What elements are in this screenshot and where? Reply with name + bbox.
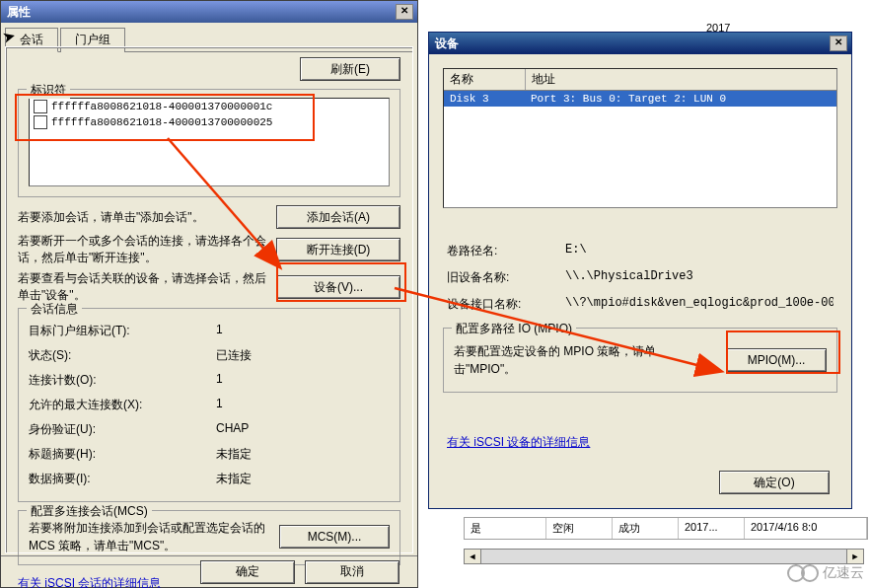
col-address[interactable]: 地址: [526, 69, 836, 90]
info-label: 状态(S):: [29, 347, 216, 364]
identifier-list[interactable]: ffffffa8008621018-400001370000001c fffff…: [29, 98, 390, 186]
ok-button[interactable]: 确定: [200, 560, 295, 584]
info-label: 身份验证(U):: [29, 421, 216, 438]
devices-text: 若要查看与会话关联的设备，请选择会话，然后单击"设备"。: [18, 270, 268, 304]
device-list[interactable]: 名称 地址 Disk 3 Port 3: Bus 0: Target 2: LU…: [443, 68, 837, 208]
devices-title: 设备: [435, 36, 459, 52]
device-list-header: 名称 地址: [444, 69, 836, 91]
identifier-fieldset: 标识符 ffffffa8008621018-400001370000001c f…: [18, 89, 400, 197]
close-button[interactable]: ✕: [830, 36, 847, 51]
disconnect-row: 若要断开一个或多个会话的连接，请选择各个会话，然后单击"断开连接"。 断开连接(…: [18, 233, 400, 266]
devices-titlebar: 设备 ✕: [429, 33, 851, 54]
add-session-button[interactable]: 添加会话(A): [276, 205, 400, 229]
cell: 是: [465, 518, 546, 539]
table-row: 是 空闲 成功 2017... 2017/4/16 8:0: [464, 517, 868, 540]
mcs-text: 若要将附加连接添加到会话或配置选定会话的 MCS 策略，请单击"MCS"。: [29, 519, 269, 554]
info-value: 已连接: [216, 347, 390, 364]
info-label: 数据摘要(I):: [29, 471, 216, 487]
properties-dialog: 属性 ✕ 会话 门户组 刷新(E) 标识符 ffffffa8008621018-…: [0, 0, 418, 588]
add-session-row: 若要添加会话，请单击"添加会话"。 添加会话(A): [18, 205, 400, 229]
device-properties: 卷路径名:E:\ 旧设备名称:\\.\PhysicalDrive3 设备接口名称…: [447, 238, 834, 318]
scroll-right-icon[interactable]: ►: [846, 550, 863, 563]
cancel-button[interactable]: 取消: [305, 560, 399, 584]
cell: 2017/4/16 8:0: [745, 518, 867, 539]
identifier-item[interactable]: ffffffa8008621018-400001370000001c: [30, 99, 389, 114]
properties-title: 属性: [7, 4, 31, 21]
watermark-text: 亿速云: [823, 564, 864, 582]
properties-footer: 确定 取消: [1, 555, 417, 587]
prop-label: 旧设备名称:: [447, 269, 565, 286]
properties-titlebar: 属性 ✕: [1, 1, 417, 23]
devices-row: 若要查看与会话关联的设备，请选择会话，然后单击"设备"。 设备(V)...: [18, 270, 400, 304]
watermark: 亿速云: [787, 564, 864, 582]
checkbox-icon[interactable]: [34, 115, 47, 129]
iscsi-device-link[interactable]: 有关 iSCSI 设备的详细信息: [447, 435, 590, 449]
watermark-icon: [801, 564, 819, 582]
info-value: 1: [216, 323, 390, 339]
mpio-button[interactable]: MPIO(M)...: [726, 348, 827, 372]
identifier-text: ffffffa8008621018-4000013700000025: [51, 116, 272, 128]
prop-value: \\.\PhysicalDrive3: [565, 269, 834, 286]
info-label: 允许的最大连接数(X):: [29, 397, 216, 413]
prop-value: \\?\mpio#disk&ven_eqlogic&prod_100e-00#r…: [565, 296, 834, 313]
bg-top-right: 设备管理器 更多操作 ▶ 2017... 未计划 2017: [424, 0, 870, 28]
info-value: 未指定: [216, 446, 390, 463]
hscrollbar[interactable]: ◄ ►: [464, 549, 864, 564]
session-info-fieldset: 会话信息 目标门户组标记(T):1 状态(S):已连接 连接计数(O):1 允许…: [18, 308, 400, 502]
info-value: 1: [216, 397, 390, 413]
prop-value: E:\: [565, 243, 834, 259]
identifier-item[interactable]: ffffffa8008621018-4000013700000025: [30, 114, 389, 130]
info-value: 1: [216, 372, 390, 389]
session-info-legend: 会话信息: [27, 301, 82, 318]
device-address: Port 3: Bus 0: Target 2: LUN 0: [525, 91, 836, 107]
cell: 成功: [613, 518, 679, 539]
refresh-button[interactable]: 刷新(E): [300, 57, 400, 81]
info-label: 连接计数(O):: [29, 372, 216, 389]
identifier-text: ffffffa8008621018-400001370000001c: [51, 101, 272, 112]
devices-footer: 确定(O): [719, 471, 830, 494]
prop-label: 设备接口名称:: [447, 296, 565, 313]
session-info-grid: 目标门户组标记(T):1 状态(S):已连接 连接计数(O):1 允许的最大连接…: [29, 319, 390, 491]
device-name: Disk 3: [444, 91, 525, 107]
identifier-legend: 标识符: [27, 82, 70, 99]
devices-button[interactable]: 设备(V)...: [276, 275, 400, 299]
checkbox-icon[interactable]: [34, 100, 47, 113]
close-button[interactable]: ✕: [396, 4, 413, 20]
disconnect-text: 若要断开一个或多个会话的连接，请选择各个会话，然后单击"断开连接"。: [18, 233, 268, 266]
mcs-legend: 配置多连接会话(MCS): [27, 503, 152, 520]
cell: 2017...: [679, 518, 745, 539]
disconnect-button[interactable]: 断开连接(D): [276, 238, 400, 261]
scroll-track[interactable]: [481, 550, 846, 563]
mpio-legend: 配置多路径 IO (MPIO): [452, 321, 576, 337]
mcs-button[interactable]: MCS(M)...: [279, 525, 390, 549]
cell: 空闲: [546, 518, 613, 539]
prop-label: 卷路径名:: [447, 243, 565, 259]
info-label: 标题摘要(H):: [29, 446, 216, 463]
info-label: 目标门户组标记(T):: [29, 323, 216, 339]
info-value: CHAP: [216, 421, 390, 438]
add-session-text: 若要添加会话，请单击"添加会话"。: [18, 209, 268, 226]
ok-button[interactable]: 确定(O): [719, 471, 830, 494]
device-row[interactable]: Disk 3 Port 3: Bus 0: Target 2: LUN 0: [444, 91, 836, 107]
info-value: 未指定: [216, 471, 390, 487]
mpio-text: 若要配置选定设备的 MPIO 策略，请单击"MPIO"。: [454, 342, 716, 378]
col-name[interactable]: 名称: [444, 69, 526, 90]
devices-dialog: 设备 ✕ 名称 地址 Disk 3 Port 3: Bus 0: Target …: [428, 32, 852, 509]
properties-body: 刷新(E) 标识符 ffffffa8008621018-400001370000…: [5, 46, 413, 553]
mpio-fieldset: 配置多路径 IO (MPIO) 若要配置选定设备的 MPIO 策略，请单击"MP…: [443, 328, 837, 393]
scroll-left-icon[interactable]: ◄: [465, 550, 481, 563]
